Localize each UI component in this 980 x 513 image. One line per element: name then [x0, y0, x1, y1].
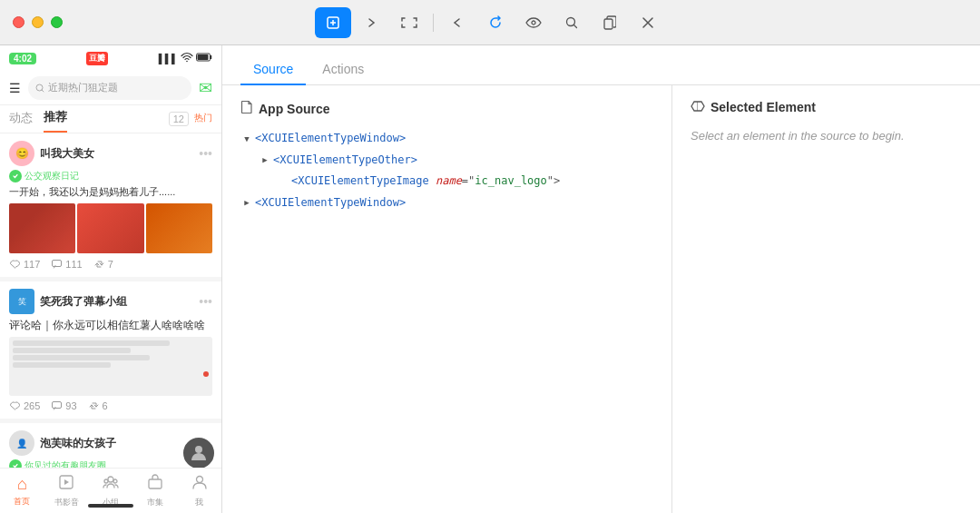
groups-icon — [103, 474, 119, 495]
repost-action-1[interactable]: 7 — [93, 259, 113, 270]
tab-tuijian[interactable]: 推荐 — [44, 109, 67, 133]
feed-images-1 — [9, 203, 212, 253]
close-window-button[interactable] — [13, 16, 24, 28]
svg-rect-6 — [198, 54, 209, 60]
inspect-button[interactable] — [315, 7, 351, 38]
phone-status-bar: 4:02 豆瓣 ▌▌▌ — [0, 45, 221, 71]
eye-button[interactable] — [515, 7, 552, 38]
me-icon — [191, 474, 208, 495]
tag-label-3: 你见过的有趣朋友圈 — [24, 459, 106, 468]
status-time: 4:02 — [9, 53, 36, 64]
bottom-tab-groups[interactable]: 小组 — [89, 474, 133, 508]
minimize-window-button[interactable] — [32, 16, 44, 28]
img2-dot — [13, 371, 209, 377]
selected-title-text: Selected Element — [710, 100, 816, 114]
title-bar — [0, 0, 980, 45]
repost-action-2[interactable]: 6 — [88, 400, 108, 411]
fit-button[interactable] — [391, 7, 427, 38]
tab-source[interactable]: Source — [240, 54, 306, 85]
toggle-window-1[interactable]: ▼ — [240, 133, 253, 145]
feed-actions-2: 265 93 6 — [9, 400, 212, 411]
media-label: 书影音 — [54, 497, 79, 508]
bottom-tab-media[interactable]: 书影音 — [44, 474, 89, 508]
search-placeholder: 近期热门狙定题 — [48, 81, 118, 94]
tree-row-other-1[interactable]: ▶ <XCUIElementTypeOther> — [240, 150, 653, 172]
like-action-2[interactable]: 265 — [9, 400, 40, 411]
float-avatar — [181, 436, 216, 468]
mail-icon[interactable]: ✉ — [199, 78, 212, 98]
img2-line-3 — [13, 355, 150, 360]
phone-tabs: 动态 推荐 12 热门 — [0, 105, 221, 133]
svg-rect-8 — [53, 261, 62, 267]
me-label: 我 — [195, 497, 203, 508]
main-content: 4:02 豆瓣 ▌▌▌ — [0, 45, 980, 513]
green-dot-3 — [9, 459, 22, 468]
fullscreen-window-button[interactable] — [51, 16, 63, 28]
signal-icon: ▌▌▌ — [159, 54, 178, 64]
bottom-tab-market[interactable]: 市集 — [132, 474, 177, 508]
svg-point-16 — [196, 476, 202, 482]
file-icon — [240, 100, 253, 117]
selected-hint: Select an element in the source to begin… — [691, 129, 962, 143]
svg-rect-15 — [149, 479, 162, 488]
menu-icon[interactable]: ☰ — [9, 81, 21, 95]
feed-text-1: 一开始，我还以为是妈妈抱着儿子...... — [9, 185, 212, 199]
market-label: 市集 — [147, 497, 163, 508]
feed-item-3: 👤 泡芙味的女孩子 你见过的有趣朋友圈 — [0, 423, 221, 468]
toggle-window-2[interactable]: ▶ — [240, 197, 253, 210]
feed-text-2: 评论哈｜你永远可以相信红薯人啥啥啥啥 — [9, 318, 212, 333]
forward-button[interactable] — [353, 7, 389, 38]
feed-actions-1: 117 111 7 — [9, 259, 212, 270]
tree-row-image-1[interactable]: ▶ <XCUIElementTypeImage name="ic_nav_log… — [240, 171, 653, 192]
close-panel-button[interactable] — [630, 7, 666, 38]
toggle-other-1[interactable]: ▶ — [259, 153, 271, 166]
img2-line-1 — [13, 340, 170, 346]
comment-count-2: 93 — [65, 400, 76, 411]
username-2: 笑死我了弹幕小组 — [40, 294, 127, 310]
market-icon — [147, 474, 163, 495]
phone-feed: 😊 叫我大美女 ••• 公交观察日记 一开始，我还以为是妈妈抱着儿子...... — [0, 133, 221, 468]
tag-other-1: <XCUIElementTypeOther> — [273, 151, 417, 171]
comment-action-1[interactable]: 111 — [51, 259, 82, 270]
copy-button[interactable] — [592, 7, 628, 38]
like-action-1[interactable]: 117 — [9, 259, 40, 270]
tab-extras: 12 热门 — [169, 112, 212, 130]
feed-item-1: 😊 叫我大美女 ••• 公交观察日记 一开始，我还以为是妈妈抱着儿子...... — [0, 133, 221, 277]
back-button[interactable] — [439, 7, 475, 38]
svg-point-1 — [532, 21, 535, 25]
more-icon-2[interactable]: ••• — [199, 294, 212, 309]
phone-panel: 4:02 豆瓣 ▌▌▌ — [0, 45, 222, 513]
svg-rect-3 — [604, 19, 612, 29]
tree-row-window-2[interactable]: ▶ <XCUIElementTypeWindow> — [240, 192, 653, 214]
bottom-tab-home[interactable]: ⌂ 首页 — [0, 475, 44, 508]
comment-action-2[interactable]: 93 — [51, 400, 76, 411]
feed-user-row-2: 笑 笑死我了弹幕小组 ••• — [9, 289, 212, 314]
inspector-body: App Source ▼ <XCUIElementTypeWindow> ▶ <… — [222, 85, 980, 513]
source-title-text: App Source — [259, 102, 330, 116]
img2-line-4 — [13, 362, 111, 368]
feed-tag-1: 公交观察日记 — [9, 170, 212, 183]
selected-title: Selected Element — [691, 100, 962, 114]
svg-point-10 — [195, 446, 202, 453]
feed-image-1c — [146, 203, 212, 253]
refresh-button[interactable] — [477, 7, 514, 38]
bottom-tab-me[interactable]: 我 — [177, 474, 221, 508]
nav-search-bar[interactable]: 近期热门狙定题 — [28, 76, 191, 100]
more-icon-1[interactable]: ••• — [199, 146, 212, 161]
svg-point-12 — [108, 477, 113, 482]
traffic-lights — [13, 16, 63, 28]
inspector-panel: Source Actions App Source — [222, 45, 980, 513]
source-section-title: App Source — [240, 100, 653, 117]
selected-element-panel: Selected Element Select an element in th… — [671, 85, 980, 513]
username-3: 泡芙味的女孩子 — [40, 436, 116, 451]
feed-item-2: 笑 笑死我了弹幕小组 ••• 评论哈｜你永远可以相信红薯人啥啥啥啥 — [0, 281, 221, 419]
tree-row-window-1[interactable]: ▼ <XCUIElementTypeWindow> — [240, 128, 653, 150]
phone-nav-bar: ☰ 近期热门狙定题 ✉ — [0, 71, 221, 105]
toolbar — [315, 7, 666, 38]
tab-dongtai[interactable]: 动态 — [9, 110, 33, 132]
feed-image-1b — [77, 203, 143, 253]
search-zoom-button[interactable] — [554, 7, 590, 38]
avatar-3: 👤 — [9, 430, 34, 456]
inspector-tabs: Source Actions — [222, 45, 980, 85]
tab-actions[interactable]: Actions — [309, 54, 377, 85]
